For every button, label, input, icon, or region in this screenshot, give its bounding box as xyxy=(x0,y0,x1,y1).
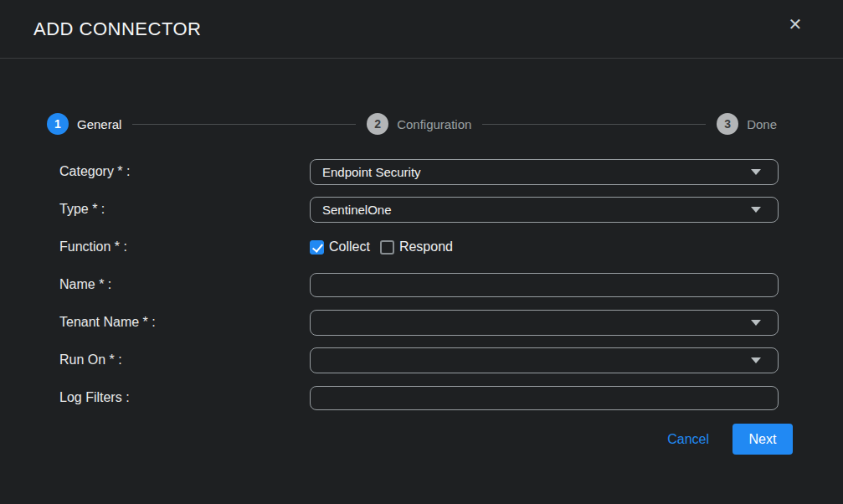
field-row-name: Name * : xyxy=(0,272,843,297)
category-selected-value: Endpoint Security xyxy=(322,165,751,179)
field-row-tenant-name: Tenant Name * : xyxy=(0,310,843,335)
run-on-label: Run On * : xyxy=(59,352,310,368)
step-number-badge: 3 xyxy=(717,113,738,135)
name-input[interactable] xyxy=(310,273,779,297)
type-label: Type * : xyxy=(59,202,310,217)
type-selected-value: SentinelOne xyxy=(322,203,751,217)
field-row-function: Function * : Collect Respond xyxy=(0,234,843,260)
name-label: Name * : xyxy=(59,277,310,292)
field-row-category: Category * : Endpoint Security xyxy=(0,159,843,184)
log-filters-input[interactable] xyxy=(310,386,779,410)
close-icon[interactable]: ✕ xyxy=(784,13,806,35)
field-row-type: Type * : SentinelOne xyxy=(0,197,843,222)
dialog-header: ADD CONNECTOR xyxy=(0,0,843,59)
next-button[interactable]: Next xyxy=(732,424,793,455)
collect-checkbox-label: Collect xyxy=(329,239,370,255)
respond-checkbox-label: Respond xyxy=(399,239,453,255)
category-select[interactable]: Endpoint Security xyxy=(310,159,779,185)
chevron-down-icon xyxy=(751,320,761,326)
respond-checkbox-item[interactable]: Respond xyxy=(380,239,453,255)
field-row-log-filters: Log Filters : xyxy=(0,385,843,410)
step-label: Configuration xyxy=(397,117,471,131)
step-label: Done xyxy=(747,117,777,131)
stepper: 1 General 2 Configuration 3 Done xyxy=(47,113,777,135)
chevron-down-icon xyxy=(751,169,761,175)
type-select[interactable]: SentinelOne xyxy=(310,197,779,223)
log-filters-label: Log Filters : xyxy=(59,390,310,405)
cancel-button[interactable]: Cancel xyxy=(667,432,709,447)
tenant-name-select[interactable] xyxy=(310,310,779,336)
tenant-name-label: Tenant Name * : xyxy=(59,315,310,330)
run-on-select[interactable] xyxy=(310,347,779,373)
function-label: Function * : xyxy=(59,239,310,255)
category-label: Category * : xyxy=(59,164,310,179)
dialog-title: ADD CONNECTOR xyxy=(33,18,201,40)
chevron-down-icon xyxy=(751,357,761,363)
collect-checkbox[interactable] xyxy=(310,240,324,255)
step-configuration[interactable]: 2 Configuration xyxy=(367,113,471,135)
function-checkbox-group: Collect Respond xyxy=(310,239,779,255)
add-connector-dialog: ADD CONNECTOR ✕ 1 General 2 Configuratio… xyxy=(0,0,843,504)
connector-form: Category * : Endpoint Security Type * : … xyxy=(0,159,843,410)
step-done[interactable]: 3 Done xyxy=(717,113,777,135)
step-label: General xyxy=(77,117,121,131)
stepper-connector-line xyxy=(482,124,706,125)
step-general[interactable]: 1 General xyxy=(47,113,121,135)
stepper-connector-line xyxy=(132,124,356,125)
respond-checkbox[interactable] xyxy=(380,240,394,255)
field-row-run-on: Run On * : xyxy=(0,347,843,373)
step-number-badge: 1 xyxy=(47,113,69,135)
step-number-badge: 2 xyxy=(367,113,388,135)
collect-checkbox-item[interactable]: Collect xyxy=(310,239,370,255)
chevron-down-icon xyxy=(751,207,761,213)
dialog-footer: Cancel Next xyxy=(0,424,793,455)
